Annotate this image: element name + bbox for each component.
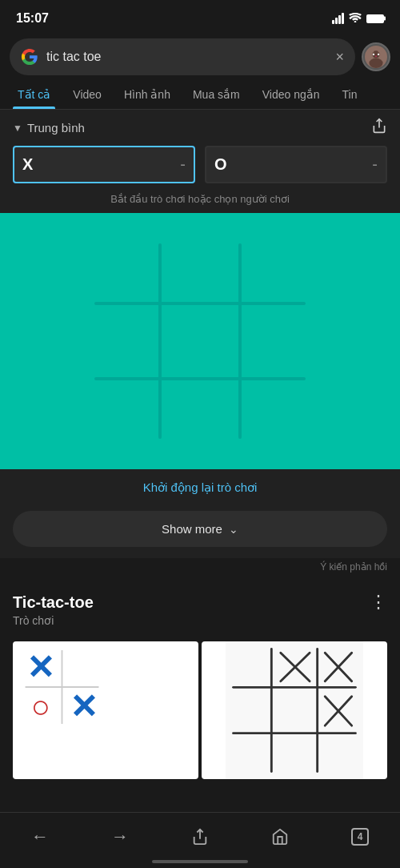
ttt-section-header: Tic-tac-toe ⋮ xyxy=(13,592,387,613)
chevron-down-icon: ▼ xyxy=(13,123,22,134)
share-nav-icon xyxy=(191,828,209,846)
status-time: 15:07 xyxy=(16,11,49,26)
status-bar: 15:07 xyxy=(0,0,400,34)
user-avatar[interactable] xyxy=(362,42,390,71)
tab-shorts[interactable]: Video ngắn xyxy=(251,80,331,109)
svg-point-0 xyxy=(354,21,357,22)
show-more-container: Show more ⌄ xyxy=(0,503,400,558)
game-board xyxy=(80,229,320,453)
ttt-image-1[interactable]: ✕ ○ ✕ xyxy=(13,641,198,779)
more-options-icon[interactable]: ⋮ xyxy=(370,592,387,613)
forward-icon: → xyxy=(111,826,129,847)
feedback-container: Ý kiến phản hồi xyxy=(0,558,400,581)
hand-drawn-board xyxy=(222,641,366,779)
ttt-image-grid: ✕ ○ ✕ xyxy=(0,641,400,786)
ttt-info-section: Tic-tac-toe ⋮ Trò chơi xyxy=(0,581,400,641)
player-x-symbol: X xyxy=(22,155,33,174)
nav-forward-button[interactable]: → xyxy=(100,821,140,853)
search-bar-container: tic tac toe × xyxy=(0,34,400,80)
difficulty-label: Trung bình xyxy=(27,121,85,135)
svg-point-8 xyxy=(375,55,377,57)
nav-share-button[interactable] xyxy=(180,821,220,853)
player-x-button[interactable]: X - xyxy=(13,146,195,183)
restart-button[interactable]: Khởi động lại trò chơi xyxy=(143,480,258,495)
game-board-container xyxy=(0,213,400,469)
share-icon[interactable] xyxy=(371,118,387,138)
tab-all[interactable]: Tất cả xyxy=(6,80,62,109)
restart-container: Khởi động lại trò chơi xyxy=(0,469,400,503)
tab-video[interactable]: Video xyxy=(62,80,113,109)
search-query-text: tic tac toe xyxy=(46,50,327,64)
player-o-dash: - xyxy=(372,155,378,174)
game-hint: Bắt đầu trò chơi hoặc chọn người chơi xyxy=(0,190,400,213)
home-indicator xyxy=(152,860,248,863)
mini-cell-x2: ✕ xyxy=(62,687,106,726)
wifi-icon xyxy=(349,12,362,25)
tic-tac-toe-game-widget: ▼ Trung bình X - O - B xyxy=(0,110,400,581)
feedback-label[interactable]: Ý kiến phản hồi xyxy=(320,561,387,573)
battery-icon xyxy=(366,14,384,23)
back-icon: ← xyxy=(31,826,49,847)
tab-news[interactable]: Tin xyxy=(331,80,369,109)
avatar-image xyxy=(365,46,387,68)
home-icon xyxy=(271,828,289,846)
nav-tabs-button[interactable]: 4 xyxy=(340,821,380,853)
board-grid-lines xyxy=(80,229,320,453)
show-more-label: Show more xyxy=(162,522,222,536)
nav-back-button[interactable]: ← xyxy=(20,821,60,853)
player-o-button[interactable]: O - xyxy=(205,146,387,183)
svg-point-7 xyxy=(378,54,379,55)
tabs-count-badge: 4 xyxy=(351,828,369,846)
chevron-down-icon: ⌄ xyxy=(229,523,238,536)
ttt-subtitle: Trò chơi xyxy=(13,614,387,627)
game-difficulty-selector[interactable]: ▼ Trung bình xyxy=(13,121,85,135)
signal-icon xyxy=(332,13,344,24)
player-x-dash: - xyxy=(180,155,186,174)
show-more-button[interactable]: Show more ⌄ xyxy=(13,511,387,547)
game-header: ▼ Trung bình xyxy=(0,110,400,146)
search-tabs: Tất cả Video Hình ảnh Mua sắm Video ngắn… xyxy=(0,80,400,110)
svg-point-6 xyxy=(373,54,374,55)
mini-cell-o1: ○ xyxy=(19,687,62,726)
status-icons xyxy=(332,12,384,25)
svg-point-3 xyxy=(369,58,382,68)
mini-cell-x1: ✕ xyxy=(19,648,62,687)
tab-images[interactable]: Hình ảnh xyxy=(113,80,182,109)
google-logo xyxy=(21,48,38,66)
player-o-symbol: O xyxy=(214,155,227,174)
ttt-image-2[interactable] xyxy=(202,641,387,779)
mini-cell-empty1 xyxy=(62,648,106,687)
tab-shopping[interactable]: Mua sắm xyxy=(182,80,251,109)
nav-home-button[interactable] xyxy=(260,821,300,853)
search-clear-button[interactable]: × xyxy=(335,49,344,66)
search-bar[interactable]: tic tac toe × xyxy=(10,38,355,75)
ttt-title: Tic-tac-toe xyxy=(13,593,94,612)
player-selection: X - O - xyxy=(0,146,400,190)
